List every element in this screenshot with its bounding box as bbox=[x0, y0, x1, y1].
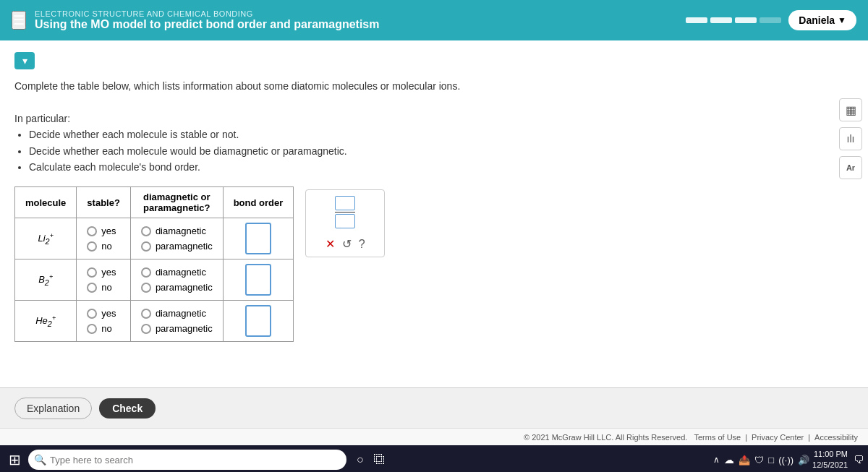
window-icon[interactable]: □ bbox=[768, 455, 774, 465]
periodic-table-icon: Ar bbox=[846, 163, 855, 172]
bond-input-li2[interactable] bbox=[245, 223, 271, 254]
stable-cell-li2: yes no bbox=[77, 218, 131, 259]
bond-order-li2 bbox=[223, 218, 294, 259]
header-right: Daniela ▼ bbox=[686, 10, 856, 30]
fraction-popup: ✕ ↺ ? bbox=[305, 189, 385, 342]
stable-yes-b2[interactable]: yes bbox=[87, 267, 116, 278]
col-molecule: molecule bbox=[15, 187, 77, 218]
taskbar-apps-icon[interactable]: ⿻ bbox=[374, 453, 386, 466]
stable-no-he2[interactable]: no bbox=[87, 323, 111, 334]
col-magnetic: diamagnetic orparamagnetic? bbox=[130, 187, 223, 218]
start-button[interactable]: ⊞ bbox=[4, 451, 25, 468]
fraction-divider bbox=[335, 212, 355, 213]
undo-icon[interactable]: ↺ bbox=[342, 237, 352, 251]
popup-actions: ✕ ↺ ? bbox=[326, 237, 365, 251]
page-footer: © 2021 McGraw Hill LLC. All Rights Reser… bbox=[0, 428, 868, 445]
bullet-3: Calculate each molecule's bond order. bbox=[29, 159, 854, 175]
diamagnetic-he2[interactable]: diamagnetic bbox=[141, 308, 206, 319]
bullet-2: Decide whether each molecule would be di… bbox=[29, 143, 854, 159]
col-bond-order: bond order bbox=[223, 187, 294, 218]
bottom-button-bar: Explanation Check bbox=[0, 387, 868, 428]
chart-button[interactable]: ılı bbox=[839, 127, 862, 150]
stable-no-b2[interactable]: no bbox=[87, 282, 111, 293]
main-content: ▾ Complete the table below, which lists … bbox=[0, 40, 868, 387]
clock-date: 12/5/2021 bbox=[812, 460, 848, 471]
paramagnetic-b2[interactable]: paramagnetic bbox=[141, 282, 213, 293]
mag-cell-he2: diamagnetic paramagnetic bbox=[130, 301, 223, 342]
bond-order-b2 bbox=[223, 259, 294, 301]
explanation-button[interactable]: Explanation bbox=[14, 398, 92, 419]
paramagnetic-he2[interactable]: paramagnetic bbox=[141, 323, 213, 334]
stable-radio-li2: yes no bbox=[87, 226, 120, 252]
stable-no-li2[interactable]: no bbox=[87, 241, 111, 252]
user-menu-button[interactable]: Daniela ▼ bbox=[788, 10, 856, 30]
paramagnetic-li2[interactable]: paramagnetic bbox=[141, 241, 213, 252]
bond-order-he2 bbox=[223, 301, 294, 342]
check-button[interactable]: Check bbox=[99, 398, 156, 419]
privacy-center-link[interactable]: Privacy Center bbox=[752, 433, 804, 442]
calculator-icon: ▦ bbox=[846, 103, 856, 117]
table-row: Li2+ yes no bbox=[15, 218, 294, 259]
fraction-denominator-input[interactable] bbox=[335, 214, 355, 228]
stable-radio-b2: yes no bbox=[87, 267, 120, 293]
wifi-icon[interactable]: ((·)) bbox=[778, 455, 793, 465]
right-tools: ▦ ılı Ar bbox=[839, 98, 862, 179]
molecule-b2: B2+ bbox=[15, 259, 77, 301]
bond-input-b2[interactable] bbox=[245, 264, 271, 296]
taskbar-search-input[interactable] bbox=[28, 450, 346, 470]
bond-input-he2[interactable] bbox=[245, 305, 271, 337]
radio-circle bbox=[87, 241, 97, 252]
radio-circle bbox=[87, 324, 97, 334]
terms-of-use-link[interactable]: Terms of Use bbox=[694, 433, 741, 442]
radio-circle bbox=[87, 283, 97, 293]
instructions-block: Complete the table below, which lists in… bbox=[14, 78, 854, 175]
header-title: Using the MO model to predict bond order… bbox=[35, 18, 380, 31]
mag-radio-li2: diamagnetic paramagnetic bbox=[141, 226, 213, 252]
radio-circle bbox=[141, 283, 151, 293]
chevron-down-icon: ▼ bbox=[838, 15, 846, 25]
help-icon[interactable]: ? bbox=[359, 238, 365, 251]
accessibility-link[interactable]: Accessibility bbox=[814, 433, 858, 442]
stable-radio-he2: yes no bbox=[87, 308, 120, 334]
task-view-icon[interactable]: ○ bbox=[352, 453, 368, 466]
molecules-table: molecule stable? diamagnetic orparamagne… bbox=[14, 186, 294, 342]
header-text: ELECTRONIC STRUCTURE AND CHEMICAL BONDIN… bbox=[35, 9, 380, 31]
windows-taskbar: ⊞ 🔍 ○ ⿻ ∧ ☁ 📤 🛡 □ ((·)) 🔊 11:00 PM 12/5/… bbox=[0, 445, 868, 472]
radio-circle bbox=[141, 241, 151, 252]
fraction-display bbox=[335, 196, 355, 228]
calculator-button[interactable]: ▦ bbox=[839, 98, 862, 121]
copyright-text: © 2021 McGraw Hill LLC. All Rights Reser… bbox=[524, 433, 687, 442]
stable-yes-li2[interactable]: yes bbox=[87, 226, 116, 236]
header-subtitle: ELECTRONIC STRUCTURE AND CHEMICAL BONDIN… bbox=[35, 9, 380, 18]
system-clock[interactable]: 11:00 PM 12/5/2021 bbox=[812, 449, 848, 471]
stable-cell-b2: yes no bbox=[77, 259, 131, 301]
radio-circle bbox=[87, 309, 97, 319]
periodic-table-button[interactable]: Ar bbox=[839, 156, 862, 179]
system-tray: ∧ ☁ 📤 🛡 □ ((·)) 🔊 bbox=[713, 454, 809, 465]
radio-circle bbox=[141, 267, 151, 278]
drive-icon[interactable]: 📤 bbox=[739, 455, 750, 465]
clock-time: 11:00 PM bbox=[812, 449, 848, 460]
mag-radio-b2: diamagnetic paramagnetic bbox=[141, 267, 213, 293]
clear-icon[interactable]: ✕ bbox=[326, 237, 335, 251]
diamagnetic-b2[interactable]: diamagnetic bbox=[141, 267, 206, 278]
hamburger-menu[interactable]: ☰ bbox=[12, 11, 26, 30]
fraction-numerator-input[interactable] bbox=[335, 196, 355, 210]
radio-circle bbox=[141, 324, 151, 334]
user-name: Daniela bbox=[799, 14, 835, 26]
security-icon[interactable]: 🛡 bbox=[754, 455, 764, 465]
header-left: ☰ ELECTRONIC STRUCTURE AND CHEMICAL BOND… bbox=[12, 9, 380, 31]
search-icon: 🔍 bbox=[34, 454, 46, 465]
volume-icon[interactable]: 🔊 bbox=[798, 455, 809, 465]
molecule-he2: He2+ bbox=[15, 301, 77, 342]
app-header: ☰ ELECTRONIC STRUCTURE AND CHEMICAL BOND… bbox=[0, 0, 868, 40]
col-stable: stable? bbox=[77, 187, 131, 218]
progress-seg-1 bbox=[686, 17, 707, 23]
stable-yes-he2[interactable]: yes bbox=[87, 308, 116, 319]
notification-icon[interactable]: 🗨 bbox=[854, 454, 864, 465]
expand-button[interactable]: ▾ bbox=[14, 52, 35, 69]
diamagnetic-li2[interactable]: diamagnetic bbox=[141, 226, 206, 236]
cloud-icon[interactable]: ☁ bbox=[724, 454, 734, 465]
mag-cell-b2: diamagnetic paramagnetic bbox=[130, 259, 223, 301]
up-arrow-icon[interactable]: ∧ bbox=[713, 455, 720, 465]
